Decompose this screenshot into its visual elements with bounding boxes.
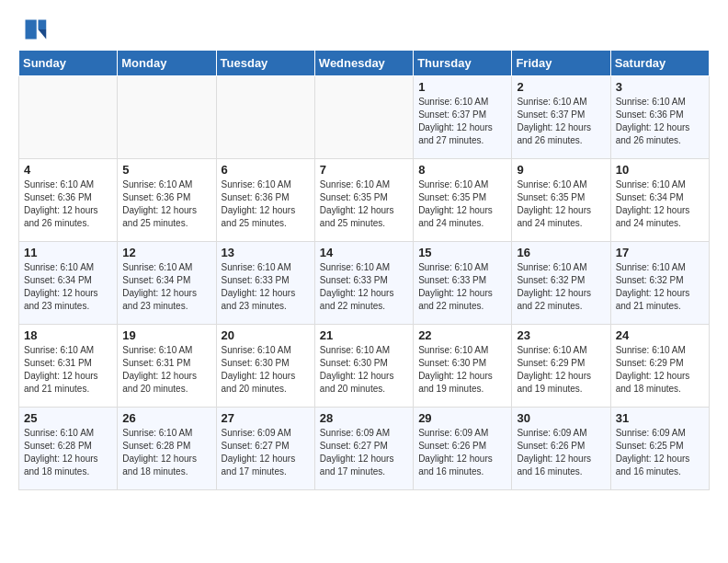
day-number: 26 <box>122 411 210 425</box>
calendar-header-row: SundayMondayTuesdayWednesdayThursdayFrid… <box>19 51 710 76</box>
day-number: 16 <box>517 246 605 259</box>
calendar-cell: 27Sunrise: 6:09 AM Sunset: 6:27 PM Dayli… <box>216 408 314 490</box>
day-info: Sunrise: 6:09 AM Sunset: 6:26 PM Dayligh… <box>418 427 506 478</box>
day-number: 28 <box>320 411 408 425</box>
page-header <box>0 0 728 50</box>
day-number: 21 <box>320 328 408 342</box>
calendar-cell: 11Sunrise: 6:10 AM Sunset: 6:34 PM Dayli… <box>19 242 118 325</box>
calendar-cell: 3Sunrise: 6:10 AM Sunset: 6:36 PM Daylig… <box>610 76 709 159</box>
day-number: 10 <box>616 163 704 177</box>
day-number: 24 <box>616 328 704 342</box>
day-info: Sunrise: 6:09 AM Sunset: 6:26 PM Dayligh… <box>517 427 605 478</box>
day-info: Sunrise: 6:10 AM Sunset: 6:33 PM Dayligh… <box>320 261 408 313</box>
day-info: Sunrise: 6:10 AM Sunset: 6:30 PM Dayligh… <box>320 344 408 396</box>
day-info: Sunrise: 6:09 AM Sunset: 6:27 PM Dayligh… <box>320 427 408 478</box>
calendar-cell: 10Sunrise: 6:10 AM Sunset: 6:34 PM Dayli… <box>610 159 709 242</box>
calendar-cell: 29Sunrise: 6:09 AM Sunset: 6:26 PM Dayli… <box>414 408 512 490</box>
day-info: Sunrise: 6:10 AM Sunset: 6:31 PM Dayligh… <box>24 344 112 396</box>
day-number: 31 <box>616 411 704 425</box>
day-info: Sunrise: 6:10 AM Sunset: 6:33 PM Dayligh… <box>418 261 506 313</box>
calendar-cell: 7Sunrise: 6:10 AM Sunset: 6:35 PM Daylig… <box>314 159 413 242</box>
day-info: Sunrise: 6:10 AM Sunset: 6:36 PM Dayligh… <box>616 96 704 147</box>
day-info: Sunrise: 6:10 AM Sunset: 6:30 PM Dayligh… <box>222 344 310 396</box>
day-info: Sunrise: 6:10 AM Sunset: 6:36 PM Dayligh… <box>222 178 310 230</box>
day-header-thursday: Thursday <box>414 51 512 76</box>
day-header-monday: Monday <box>118 51 216 76</box>
calendar-cell: 19Sunrise: 6:10 AM Sunset: 6:31 PM Dayli… <box>118 325 216 408</box>
day-info: Sunrise: 6:10 AM Sunset: 6:34 PM Dayligh… <box>24 261 112 313</box>
day-number: 30 <box>517 411 605 425</box>
day-info: Sunrise: 6:10 AM Sunset: 6:37 PM Dayligh… <box>517 96 605 147</box>
calendar-cell: 15Sunrise: 6:10 AM Sunset: 6:33 PM Dayli… <box>414 242 512 325</box>
day-number: 18 <box>24 328 112 342</box>
day-number: 7 <box>320 163 408 177</box>
logo <box>22 17 51 42</box>
day-info: Sunrise: 6:09 AM Sunset: 6:27 PM Dayligh… <box>222 427 310 478</box>
day-number: 23 <box>517 328 605 342</box>
calendar-cell <box>118 76 216 159</box>
day-number: 3 <box>616 80 704 94</box>
day-number: 9 <box>517 163 605 177</box>
calendar-cell: 21Sunrise: 6:10 AM Sunset: 6:30 PM Dayli… <box>314 325 413 408</box>
calendar-week-4: 18Sunrise: 6:10 AM Sunset: 6:31 PM Dayli… <box>19 325 710 408</box>
day-number: 25 <box>24 411 112 425</box>
calendar-week-2: 4Sunrise: 6:10 AM Sunset: 6:36 PM Daylig… <box>19 159 710 242</box>
calendar-cell: 18Sunrise: 6:10 AM Sunset: 6:31 PM Dayli… <box>19 325 118 408</box>
day-info: Sunrise: 6:10 AM Sunset: 6:37 PM Dayligh… <box>418 96 506 147</box>
calendar-week-3: 11Sunrise: 6:10 AM Sunset: 6:34 PM Dayli… <box>19 242 710 325</box>
calendar-cell: 4Sunrise: 6:10 AM Sunset: 6:36 PM Daylig… <box>19 159 118 242</box>
calendar-cell: 12Sunrise: 6:10 AM Sunset: 6:34 PM Dayli… <box>118 242 216 325</box>
day-header-tuesday: Tuesday <box>216 51 314 76</box>
day-number: 19 <box>122 328 210 342</box>
calendar-cell: 5Sunrise: 6:10 AM Sunset: 6:36 PM Daylig… <box>118 159 216 242</box>
day-number: 27 <box>222 411 310 425</box>
day-number: 6 <box>222 163 310 177</box>
day-info: Sunrise: 6:10 AM Sunset: 6:34 PM Dayligh… <box>616 178 704 230</box>
day-info: Sunrise: 6:10 AM Sunset: 6:30 PM Dayligh… <box>418 344 506 396</box>
day-info: Sunrise: 6:10 AM Sunset: 6:35 PM Dayligh… <box>320 178 408 230</box>
calendar-cell: 9Sunrise: 6:10 AM Sunset: 6:35 PM Daylig… <box>512 159 610 242</box>
day-header-wednesday: Wednesday <box>314 51 413 76</box>
calendar-cell: 2Sunrise: 6:10 AM Sunset: 6:37 PM Daylig… <box>512 76 610 159</box>
day-info: Sunrise: 6:10 AM Sunset: 6:36 PM Dayligh… <box>24 178 112 230</box>
day-number: 22 <box>418 328 506 342</box>
day-header-saturday: Saturday <box>610 51 709 76</box>
calendar-cell: 6Sunrise: 6:10 AM Sunset: 6:36 PM Daylig… <box>216 159 314 242</box>
day-number: 15 <box>418 246 506 259</box>
day-info: Sunrise: 6:10 AM Sunset: 6:34 PM Dayligh… <box>122 261 210 313</box>
calendar-week-1: 1Sunrise: 6:10 AM Sunset: 6:37 PM Daylig… <box>19 76 710 159</box>
day-number: 8 <box>418 163 506 177</box>
calendar-cell: 22Sunrise: 6:10 AM Sunset: 6:30 PM Dayli… <box>414 325 512 408</box>
calendar-cell: 26Sunrise: 6:10 AM Sunset: 6:28 PM Dayli… <box>118 408 216 490</box>
day-info: Sunrise: 6:09 AM Sunset: 6:25 PM Dayligh… <box>616 427 704 478</box>
calendar-cell: 16Sunrise: 6:10 AM Sunset: 6:32 PM Dayli… <box>512 242 610 325</box>
calendar-cell <box>216 76 314 159</box>
calendar-cell: 25Sunrise: 6:10 AM Sunset: 6:28 PM Dayli… <box>19 408 118 490</box>
day-info: Sunrise: 6:10 AM Sunset: 6:28 PM Dayligh… <box>122 427 210 478</box>
calendar-cell: 23Sunrise: 6:10 AM Sunset: 6:29 PM Dayli… <box>512 325 610 408</box>
calendar-cell: 8Sunrise: 6:10 AM Sunset: 6:35 PM Daylig… <box>414 159 512 242</box>
svg-rect-2 <box>26 20 37 40</box>
day-info: Sunrise: 6:10 AM Sunset: 6:29 PM Dayligh… <box>616 344 704 396</box>
day-number: 1 <box>418 80 506 94</box>
day-number: 29 <box>418 411 506 425</box>
day-info: Sunrise: 6:10 AM Sunset: 6:35 PM Dayligh… <box>418 178 506 230</box>
calendar-cell: 14Sunrise: 6:10 AM Sunset: 6:33 PM Dayli… <box>314 242 413 325</box>
calendar-cell: 28Sunrise: 6:09 AM Sunset: 6:27 PM Dayli… <box>314 408 413 490</box>
day-info: Sunrise: 6:10 AM Sunset: 6:28 PM Dayligh… <box>24 427 112 478</box>
day-info: Sunrise: 6:10 AM Sunset: 6:33 PM Dayligh… <box>222 261 310 313</box>
day-number: 4 <box>24 163 112 177</box>
calendar-cell: 20Sunrise: 6:10 AM Sunset: 6:30 PM Dayli… <box>216 325 314 408</box>
day-info: Sunrise: 6:10 AM Sunset: 6:36 PM Dayligh… <box>122 178 210 230</box>
svg-marker-0 <box>39 20 47 30</box>
svg-marker-1 <box>39 29 47 40</box>
day-header-friday: Friday <box>512 51 610 76</box>
day-number: 12 <box>122 246 210 259</box>
calendar-week-5: 25Sunrise: 6:10 AM Sunset: 6:28 PM Dayli… <box>19 408 710 490</box>
day-info: Sunrise: 6:10 AM Sunset: 6:32 PM Dayligh… <box>616 261 704 313</box>
calendar-cell: 1Sunrise: 6:10 AM Sunset: 6:37 PM Daylig… <box>414 76 512 159</box>
day-number: 14 <box>320 246 408 259</box>
day-number: 11 <box>24 246 112 259</box>
calendar-cell: 30Sunrise: 6:09 AM Sunset: 6:26 PM Dayli… <box>512 408 610 490</box>
calendar-wrapper: SundayMondayTuesdayWednesdayThursdayFrid… <box>0 50 728 500</box>
